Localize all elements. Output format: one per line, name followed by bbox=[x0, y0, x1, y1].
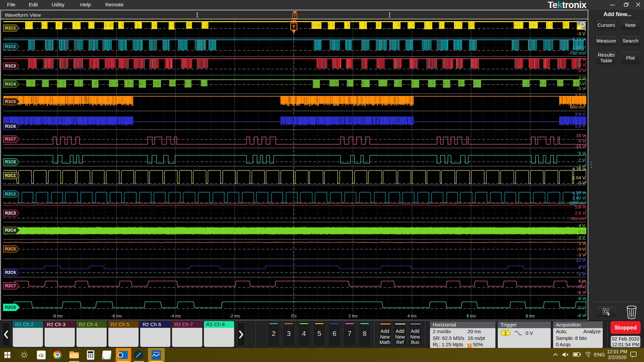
svg-text:6 V: 6 V bbox=[579, 279, 585, 284]
svg-text:8 ms: 8 ms bbox=[526, 313, 535, 318]
svg-text:-6 V: -6 V bbox=[577, 313, 585, 318]
svg-text:4.74 V: 4.74 V bbox=[572, 37, 585, 42]
svg-text:-3 V: -3 V bbox=[577, 31, 585, 36]
svg-text:-6 ms: -6 ms bbox=[111, 313, 122, 318]
svg-text:-6 V: -6 V bbox=[577, 290, 585, 295]
svg-text:0 V: 0 V bbox=[579, 180, 585, 185]
svg-text:-790 mV: -790 mV bbox=[568, 51, 585, 56]
svg-text:0 V: 0 V bbox=[579, 62, 585, 67]
svg-text:-8 ms: -8 ms bbox=[52, 313, 63, 318]
svg-text:3.9 V: 3.9 V bbox=[575, 112, 585, 117]
svg-text:Tektronix: Tektronix bbox=[153, 351, 160, 353]
svg-text:4.55 V: 4.55 V bbox=[572, 190, 585, 195]
svg-text:3 V: 3 V bbox=[579, 57, 585, 62]
svg-text:-3 V: -3 V bbox=[577, 252, 585, 257]
svg-text:0 V: 0 V bbox=[579, 229, 585, 234]
svg-text:-3 V: -3 V bbox=[577, 235, 585, 240]
svg-text:-2 ms: -2 ms bbox=[229, 313, 240, 318]
svg-text:0 V: 0 V bbox=[579, 138, 585, 143]
svg-text:2.8 V: 2.8 V bbox=[575, 210, 585, 216]
svg-text:0 V: 0 V bbox=[579, 284, 585, 289]
svg-text:2.04 V: 2.04 V bbox=[572, 175, 585, 180]
svg-text:5.6 V: 5.6 V bbox=[575, 204, 585, 209]
svg-text:12 V: 12 V bbox=[576, 257, 585, 262]
svg-text:1.8 V: 1.8 V bbox=[575, 123, 585, 128]
svg-text:0 V: 0 V bbox=[579, 305, 585, 310]
svg-text:2.7 V: 2.7 V bbox=[575, 93, 585, 98]
svg-text:0 s: 0 s bbox=[291, 313, 297, 318]
svg-text:8 V: 8 V bbox=[579, 296, 585, 301]
svg-text:2 ms: 2 ms bbox=[348, 313, 358, 318]
svg-text:2.60 V: 2.60 V bbox=[572, 195, 585, 200]
svg-text:6 ms: 6 ms bbox=[467, 313, 476, 318]
svg-text:-3 V: -3 V bbox=[577, 68, 585, 73]
svg-text:4 V: 4 V bbox=[579, 223, 585, 228]
svg-text:-15 V: -15 V bbox=[575, 144, 585, 149]
svg-text:0 V: 0 V bbox=[579, 247, 585, 252]
svg-text:4 ms: 4 ms bbox=[408, 313, 417, 318]
svg-text:3 V: 3 V bbox=[579, 75, 585, 80]
svg-text:900 mV: 900 mV bbox=[570, 105, 585, 110]
svg-text:5 V: 5 V bbox=[579, 151, 585, 156]
svg-text:1.58 V: 1.58 V bbox=[572, 45, 585, 50]
svg-text:2 V: 2 V bbox=[579, 158, 585, 163]
svg-text:-3 V: -3 V bbox=[577, 86, 585, 91]
svg-text:4 V: 4 V bbox=[579, 265, 585, 270]
svg-text:T: T bbox=[293, 14, 296, 18]
svg-text:700 mV: 700 mV bbox=[570, 216, 585, 221]
svg-text:0 V: 0 V bbox=[579, 81, 585, 86]
svg-text:-2 V: -2 V bbox=[577, 272, 585, 277]
svg-text:T: T bbox=[292, 24, 296, 29]
svg-text:4.76 V: 4.76 V bbox=[572, 167, 585, 172]
svg-text:3 V: 3 V bbox=[579, 241, 585, 246]
svg-text:15 V: 15 V bbox=[576, 133, 585, 138]
svg-text:-4 ms: -4 ms bbox=[170, 313, 181, 318]
